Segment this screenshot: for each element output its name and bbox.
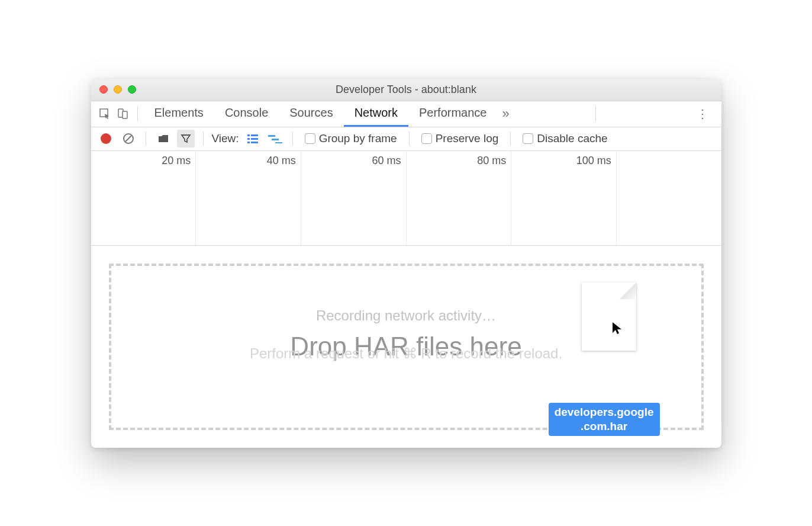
network-timeline[interactable]: 20 ms 40 ms 60 ms 80 ms 100 ms xyxy=(91,151,721,246)
view-waterfall-icon[interactable] xyxy=(266,130,284,147)
dragged-file-label: developers.google .com.har xyxy=(549,403,660,436)
network-toolbar: View: Group by frame Preserve log Disabl… xyxy=(91,127,721,151)
tab-network[interactable]: Network xyxy=(344,101,408,127)
devtools-tabbar: Elements Console Sources Network Perform… xyxy=(91,101,721,127)
svg-rect-6 xyxy=(251,134,258,136)
separator xyxy=(137,106,138,121)
separator xyxy=(146,132,146,146)
svg-rect-5 xyxy=(247,134,250,136)
group-by-frame-toggle[interactable]: Group by frame xyxy=(305,132,397,145)
checkbox-icon xyxy=(305,133,315,144)
svg-rect-9 xyxy=(247,142,250,143)
checkbox-icon xyxy=(421,133,432,144)
timeline-tick: 80 ms xyxy=(477,155,506,167)
clear-button[interactable] xyxy=(120,130,137,147)
disable-cache-label: Disable cache xyxy=(537,132,607,145)
separator xyxy=(409,132,410,146)
device-toolbar-icon[interactable] xyxy=(114,105,131,123)
separator xyxy=(292,132,293,146)
panel-tabs: Elements Console Sources Network Perform… xyxy=(144,101,498,127)
view-label: View: xyxy=(212,132,239,145)
cursor-icon xyxy=(611,321,623,335)
window-titlebar: Developer Tools - about:blank xyxy=(91,79,721,101)
svg-rect-13 xyxy=(275,142,282,143)
group-by-frame-label: Group by frame xyxy=(319,132,397,145)
devtools-window: Developer Tools - about:blank Elements C… xyxy=(91,79,721,448)
timeline-tick: 20 ms xyxy=(162,155,191,167)
view-list-icon[interactable] xyxy=(244,130,262,147)
devtools-menu-icon[interactable]: ⋮ xyxy=(688,107,717,121)
svg-rect-2 xyxy=(123,111,127,118)
inspect-element-icon[interactable] xyxy=(96,105,114,123)
svg-rect-10 xyxy=(251,142,258,143)
tab-console[interactable]: Console xyxy=(214,101,279,127)
window-title: Developer Tools - about:blank xyxy=(91,84,721,96)
svg-rect-8 xyxy=(251,138,258,140)
timeline-tick: 60 ms xyxy=(372,155,401,167)
dragged-file-icon xyxy=(582,283,636,351)
filter-icon[interactable] xyxy=(177,130,195,147)
har-dropzone[interactable]: Recording network activity… Perform a re… xyxy=(109,264,704,430)
separator xyxy=(510,132,511,146)
reload-hint: Perform a request or hit ⌘ R to record t… xyxy=(250,345,562,362)
preserve-log-toggle[interactable]: Preserve log xyxy=(421,132,499,145)
tab-performance[interactable]: Performance xyxy=(408,101,498,127)
svg-line-4 xyxy=(125,136,131,142)
tab-elements[interactable]: Elements xyxy=(144,101,214,127)
separator xyxy=(203,132,204,146)
timeline-tick: 40 ms xyxy=(267,155,296,167)
svg-rect-12 xyxy=(272,139,279,140)
svg-rect-7 xyxy=(247,138,250,140)
recording-hint: Recording network activity… xyxy=(316,307,496,324)
tab-sources[interactable]: Sources xyxy=(279,101,343,127)
tabs-overflow-button[interactable]: » xyxy=(502,106,510,121)
capture-screenshots-icon[interactable] xyxy=(154,130,172,147)
record-button[interactable] xyxy=(101,133,111,144)
timeline-tick: 100 ms xyxy=(576,155,611,167)
disable-cache-toggle[interactable]: Disable cache xyxy=(523,132,607,145)
checkbox-icon xyxy=(523,133,533,144)
preserve-log-label: Preserve log xyxy=(436,132,499,145)
svg-rect-11 xyxy=(268,135,275,137)
separator xyxy=(595,106,596,121)
